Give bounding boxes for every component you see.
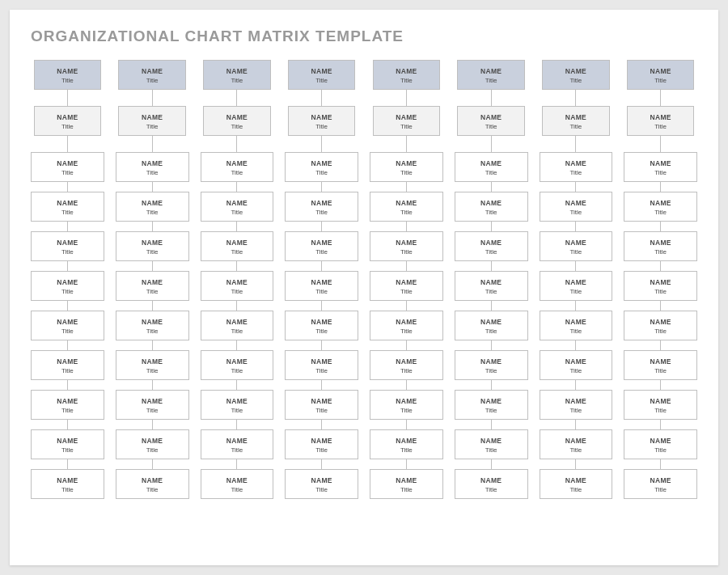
connector-line xyxy=(406,420,407,429)
org-node-name: NAME xyxy=(626,476,695,484)
connector-line xyxy=(321,459,322,469)
connector-line xyxy=(575,380,576,390)
org-node-title: Title xyxy=(287,328,356,335)
org-node: NAMETitle xyxy=(624,350,697,380)
org-node: NAMETitle xyxy=(542,60,609,90)
org-node-name: NAME xyxy=(542,278,611,286)
org-node-title: Title xyxy=(33,446,102,454)
org-node: NAMETitle xyxy=(455,271,528,301)
org-node: NAMETitle xyxy=(31,152,104,182)
org-node-title: Title xyxy=(203,446,272,454)
org-node-name: NAME xyxy=(287,357,356,366)
org-chart-matrix: NAMETitleNAMETitleNAMETitleNAMETitleNAME… xyxy=(31,60,697,499)
org-node-name: NAME xyxy=(626,159,695,167)
org-node-title: Title xyxy=(457,446,526,454)
org-node-title: Title xyxy=(542,446,611,454)
org-node-name: NAME xyxy=(203,159,272,167)
org-node-title: Title xyxy=(33,486,102,493)
org-node-name: NAME xyxy=(33,239,102,247)
org-node: NAMETitle xyxy=(455,311,528,340)
org-node-name: NAME xyxy=(542,357,611,366)
connector-line xyxy=(236,90,237,106)
org-node-name: NAME xyxy=(203,357,272,366)
org-node-name: NAME xyxy=(118,199,187,207)
org-node: NAMETitle xyxy=(201,390,274,420)
org-node-title: Title xyxy=(118,407,187,414)
connector-line xyxy=(67,340,68,350)
org-node-title: Title xyxy=(203,486,272,493)
org-node: NAMETitle xyxy=(540,271,613,301)
org-node-title: Title xyxy=(372,328,441,335)
org-node-title: Title xyxy=(287,169,356,176)
org-node-title: Title xyxy=(118,209,187,216)
org-node-title: Title xyxy=(118,248,187,256)
connector-line xyxy=(67,90,68,106)
org-node-name: NAME xyxy=(626,437,695,445)
org-node-name: NAME xyxy=(542,318,611,326)
org-node: NAMETitle xyxy=(285,231,358,261)
org-node: NAMETitle xyxy=(116,429,189,459)
org-node-title: Title xyxy=(36,77,99,84)
org-node-title: Title xyxy=(203,169,272,176)
matrix-column: NAMETitleNAMETitleNAMETitleNAMETitleNAME… xyxy=(31,60,104,499)
org-node-name: NAME xyxy=(372,476,441,484)
org-node: NAMETitle xyxy=(203,60,270,90)
connector-line xyxy=(236,420,237,429)
org-node-title: Title xyxy=(205,123,268,130)
connector-line xyxy=(575,136,576,152)
org-node-title: Title xyxy=(118,328,187,335)
org-node-name: NAME xyxy=(203,437,272,445)
org-node-name: NAME xyxy=(118,437,187,445)
org-node-name: NAME xyxy=(372,199,441,207)
org-node: NAMETitle xyxy=(540,152,613,182)
org-node-title: Title xyxy=(542,486,611,493)
org-node-title: Title xyxy=(626,169,695,176)
org-node-title: Title xyxy=(457,486,526,493)
org-node-name: NAME xyxy=(33,357,102,366)
org-node: NAMETitle xyxy=(455,429,528,459)
org-node-title: Title xyxy=(372,486,441,493)
org-node-title: Title xyxy=(457,288,526,295)
org-node: NAMETitle xyxy=(455,469,528,499)
org-node: NAMETitle xyxy=(285,152,358,182)
org-node-title: Title xyxy=(118,367,187,374)
connector-line xyxy=(321,222,322,231)
matrix-column: NAMETitleNAMETitleNAMETitleNAMETitleNAME… xyxy=(370,60,443,499)
connector-line xyxy=(67,261,68,271)
connector-line xyxy=(406,261,407,271)
org-node-title: Title xyxy=(626,407,695,414)
connector-line xyxy=(236,136,237,152)
matrix-column: NAMETitleNAMETitleNAMETitleNAMETitleNAME… xyxy=(624,60,697,499)
org-node-name: NAME xyxy=(544,113,607,121)
org-node: NAMETitle xyxy=(370,152,443,182)
org-node-title: Title xyxy=(542,288,611,295)
org-node-name: NAME xyxy=(626,278,695,286)
org-node-name: NAME xyxy=(542,437,611,445)
org-node-name: NAME xyxy=(33,318,102,326)
org-node-title: Title xyxy=(203,328,272,335)
connector-line xyxy=(660,301,661,311)
org-node: NAMETitle xyxy=(457,60,524,90)
connector-line xyxy=(321,136,322,152)
connector-line xyxy=(406,222,407,231)
org-node-name: NAME xyxy=(287,318,356,326)
org-node-name: NAME xyxy=(626,397,695,405)
connector-line xyxy=(660,222,661,231)
org-node-name: NAME xyxy=(36,67,99,75)
org-node: NAMETitle xyxy=(624,469,697,499)
connector-line xyxy=(152,182,153,192)
org-node-name: NAME xyxy=(626,239,695,247)
org-node-name: NAME xyxy=(372,397,441,405)
org-node-title: Title xyxy=(542,248,611,256)
org-node-name: NAME xyxy=(372,357,441,366)
connector-line xyxy=(321,340,322,350)
connector-line xyxy=(406,301,407,311)
org-node-name: NAME xyxy=(372,318,441,326)
org-node-title: Title xyxy=(290,77,353,84)
org-node-name: NAME xyxy=(287,437,356,445)
org-node-title: Title xyxy=(375,77,438,84)
org-node: NAMETitle xyxy=(624,429,697,459)
org-node-name: NAME xyxy=(459,113,522,121)
connector-line xyxy=(660,459,661,469)
org-node-title: Title xyxy=(121,123,183,130)
